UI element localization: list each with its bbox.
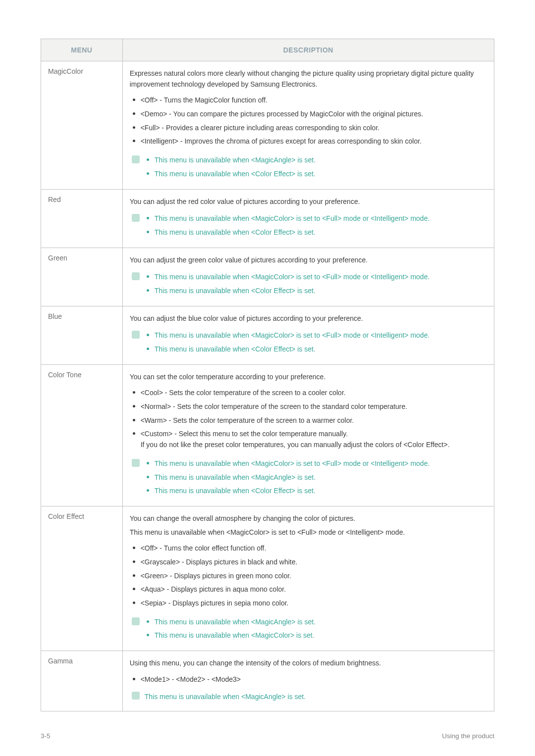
menu-cell-gamma: Gamma	[41, 651, 123, 711]
intro-text: You can adjust the green color value of …	[130, 255, 487, 266]
list-item: <Custom> - Select this menu to set the c…	[130, 427, 487, 452]
menu-table: MENU DESCRIPTION MagicColor Expresses na…	[41, 39, 494, 711]
option-list: <Mode1> - <Mode2> - <Mode3>	[130, 673, 487, 687]
note-box: This menu is unavailable when <MagicAngl…	[130, 153, 487, 181]
note-text: This menu is unavailable when <Color Eff…	[155, 228, 316, 236]
desc-cell-coloreffect: You can change the overall atmosphere by…	[122, 506, 494, 651]
table-row: MagicColor Expresses natural colors more…	[41, 61, 494, 190]
note-box: This menu is unavailable when <MagicColo…	[130, 212, 487, 239]
list-item: <Intelligent> - Improves the chroma of p…	[130, 135, 487, 149]
intro-text: Using this menu, you can change the inte…	[130, 658, 487, 669]
option-list: <Off> - Turns the MagicColor function of…	[130, 94, 487, 149]
note-item: This menu is unavailable when <Color Eff…	[130, 167, 487, 181]
list-item: <Aqua> - Displays pictures in aqua mono …	[130, 583, 487, 597]
note-text: This menu is unavailable when <MagicAngl…	[155, 473, 316, 481]
note-icon	[132, 617, 140, 625]
note-text: This menu is unavailable when <MagicColo…	[155, 331, 430, 339]
note-item: This menu is unavailable when <Color Eff…	[130, 226, 487, 240]
note-box: This menu is unavailable when <MagicColo…	[130, 457, 487, 498]
note-item: This menu is unavailable when <MagicAngl…	[130, 690, 487, 704]
intro-text: You can adjust the blue color value of p…	[130, 313, 487, 324]
intro-text: This menu is unavailable when <MagicColo…	[130, 527, 487, 538]
note-item: This menu is unavailable when <MagicColo…	[130, 457, 487, 471]
note-icon	[132, 692, 140, 700]
note-text: This menu is unavailable when <MagicColo…	[155, 459, 430, 467]
table-row: Red You can adjust the red color value o…	[41, 189, 494, 248]
menu-cell-red: Red	[41, 189, 123, 248]
desc-cell-red: You can adjust the red color value of pi…	[122, 189, 494, 248]
note-item: This menu is unavailable when <MagicColo…	[130, 270, 487, 284]
note-item: This menu is unavailable when <MagicColo…	[130, 629, 487, 643]
desc-cell-magiccolor: Expresses natural colors more clearly wi…	[122, 61, 494, 190]
note-item: This menu is unavailable when <MagicAngl…	[130, 153, 487, 167]
desc-cell-gamma: Using this menu, you can change the inte…	[122, 651, 494, 711]
intro-text: You can change the overall atmosphere by…	[130, 513, 487, 524]
note-icon	[132, 331, 140, 339]
note-text: This menu is unavailable when <Color Eff…	[155, 487, 316, 495]
list-item: <Sepia> - Displays pictures in sepia mon…	[130, 597, 487, 610]
note-box: This menu is unavailable when <MagicColo…	[130, 270, 487, 298]
menu-cell-blue: Blue	[41, 306, 123, 364]
list-item: <Green> - Displays pictures in green mon…	[130, 569, 487, 583]
note-text: This menu is unavailable when <MagicAngl…	[145, 693, 306, 701]
table-row: Color Effect You can change the overall …	[41, 506, 494, 651]
note-box: This menu is unavailable when <MagicColo…	[130, 329, 487, 356]
note-text: This menu is unavailable when <MagicAngl…	[155, 618, 316, 626]
option-list: <Off> - Turns the color effect function …	[130, 542, 487, 610]
desc-cell-blue: You can adjust the blue color value of p…	[122, 306, 494, 364]
note-icon	[132, 459, 140, 467]
intro-text: Expresses natural colors more clearly wi…	[130, 68, 487, 90]
note-item: This menu is unavailable when <MagicColo…	[130, 329, 487, 343]
list-item: <Off> - Turns the color effect function …	[130, 542, 487, 555]
list-item: <Cool> - Sets the color temperature of t…	[130, 386, 487, 400]
header-description: DESCRIPTION	[122, 39, 494, 61]
manual-page: MENU DESCRIPTION MagicColor Expresses na…	[0, 0, 535, 755]
desc-cell-colortone: You can set the color temperature accord…	[122, 364, 494, 506]
table-row: Blue You can adjust the blue color value…	[41, 306, 494, 364]
list-item: <Grayscale> - Displays pictures in black…	[130, 555, 487, 569]
note-icon	[132, 155, 140, 163]
note-item: This menu is unavailable when <MagicAngl…	[130, 471, 487, 485]
note-text: This menu is unavailable when <MagicColo…	[155, 273, 430, 281]
table-row: Green You can adjust the green color val…	[41, 248, 494, 306]
note-text: This menu is unavailable when <MagicAngl…	[155, 156, 316, 164]
menu-cell-colortone: Color Tone	[41, 364, 123, 506]
note-item: This menu is unavailable when <MagicAngl…	[130, 615, 487, 629]
desc-cell-green: You can adjust the green color value of …	[122, 248, 494, 306]
list-item: <Full> - Provides a clearer picture incl…	[130, 121, 487, 135]
header-menu: MENU	[41, 39, 123, 61]
note-icon	[132, 272, 140, 280]
menu-cell-magiccolor: MagicColor	[41, 61, 123, 190]
option-list: <Cool> - Sets the color temperature of t…	[130, 386, 487, 452]
menu-cell-coloreffect: Color Effect	[41, 506, 123, 651]
intro-text: You can adjust the red color value of pi…	[130, 197, 487, 207]
menu-cell-green: Green	[41, 248, 123, 306]
note-item: This menu is unavailable when <Color Eff…	[130, 284, 487, 298]
note-text: This menu is unavailable when <Color Eff…	[155, 345, 316, 353]
note-icon	[132, 214, 140, 222]
note-item: This menu is unavailable when <Color Eff…	[130, 484, 487, 498]
list-item: <Demo> - You can compare the pictures pr…	[130, 107, 487, 121]
table-row: Gamma Using this menu, you can change th…	[41, 651, 494, 711]
intro-text: You can set the color temperature accord…	[130, 372, 487, 383]
note-text: This menu is unavailable when <Color Eff…	[155, 287, 316, 295]
list-item: <Warm> - Sets the color temperature of t…	[130, 414, 487, 428]
list-item: <Mode1> - <Mode2> - <Mode3>	[130, 673, 487, 687]
note-text: This menu is unavailable when <Color Eff…	[155, 170, 316, 178]
note-item: This menu is unavailable when <MagicColo…	[130, 212, 487, 226]
list-item: <Normal> - Sets the color temperature of…	[130, 400, 487, 414]
note-item: This menu is unavailable when <Color Eff…	[130, 343, 487, 356]
chapter-title: Using the product	[442, 732, 494, 740]
note-text: This menu is unavailable when <MagicColo…	[155, 214, 430, 222]
list-item: <Off> - Turns the MagicColor function of…	[130, 94, 487, 107]
page-footer: 3-5 Using the product	[41, 711, 494, 740]
note-box: This menu is unavailable when <MagicAngl…	[130, 615, 487, 643]
page-number: 3-5	[41, 732, 51, 740]
table-row: Color Tone You can set the color tempera…	[41, 364, 494, 506]
note-text: This menu is unavailable when <MagicColo…	[155, 631, 315, 639]
